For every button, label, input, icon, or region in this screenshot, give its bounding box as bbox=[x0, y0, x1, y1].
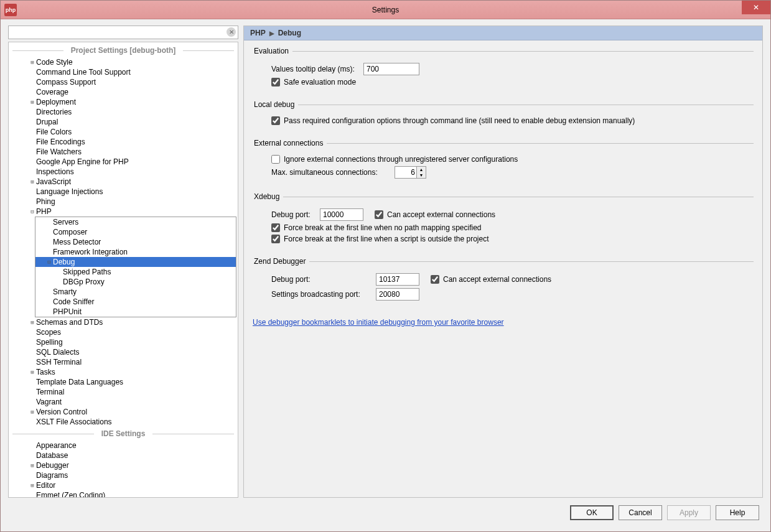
spinner-up-icon[interactable]: ▲ bbox=[417, 167, 426, 172]
tree-item[interactable]: Vagrant bbox=[9, 397, 238, 407]
tree-item[interactable]: Inspections bbox=[9, 167, 238, 177]
xdebug-force1-checkbox[interactable]: Force break at the first line when no pa… bbox=[271, 223, 482, 232]
tree-item[interactable]: Directories bbox=[9, 107, 238, 117]
safe-mode-checkbox[interactable]: Safe evaluation mode bbox=[271, 78, 356, 86]
ok-button[interactable]: OK bbox=[570, 505, 614, 520]
tree-item-label: Language Injections bbox=[36, 187, 103, 196]
php-subtree: ServersComposerMess DetectorFramework In… bbox=[35, 217, 236, 317]
tree-item[interactable]: ⊞Schemas and DTDs bbox=[9, 317, 238, 327]
expand-icon[interactable]: ⊞ bbox=[29, 319, 36, 325]
tree-item-label: Coverage bbox=[36, 88, 68, 96]
tree-item-label: PHP bbox=[36, 207, 52, 216]
spinner-down-icon[interactable]: ▼ bbox=[417, 172, 426, 178]
local-debug-legend: Local debug bbox=[253, 100, 298, 109]
tree-item[interactable]: Skipped Paths bbox=[35, 267, 236, 277]
evaluation-legend: Evaluation bbox=[253, 47, 292, 55]
tree-item[interactable]: ⊞Version Control bbox=[9, 407, 238, 417]
tree-item[interactable]: Google App Engine for PHP bbox=[9, 157, 238, 167]
tree-item[interactable]: ⊞Code Style bbox=[9, 57, 238, 67]
tree-item[interactable]: File Watchers bbox=[9, 147, 238, 157]
tree-item-label: DBGp Proxy bbox=[63, 278, 105, 286]
tree-item[interactable]: Terminal bbox=[9, 387, 238, 397]
tree-item[interactable]: DBGp Proxy bbox=[35, 277, 236, 287]
max-conn-spinner[interactable]: ▲▼ bbox=[395, 166, 426, 179]
max-conn-input[interactable] bbox=[395, 167, 416, 178]
max-conn-label: Max. simultaneous connections: bbox=[271, 168, 390, 177]
tree-item[interactable]: ⊞JavaScript bbox=[9, 177, 238, 187]
tree-item-label: Inspections bbox=[36, 167, 74, 176]
expand-icon[interactable]: ⊞ bbox=[29, 59, 36, 65]
zend-accept-checkbox[interactable]: Can accept external connections bbox=[431, 275, 551, 284]
xdebug-group: Xdebug Debug port: Can accept external c… bbox=[253, 192, 754, 246]
tree-item[interactable]: Diagrams bbox=[9, 470, 238, 480]
tree-item[interactable]: Template Data Languages bbox=[9, 377, 238, 387]
zend-port-input[interactable] bbox=[376, 273, 419, 286]
collapse-icon[interactable]: ⊟ bbox=[29, 208, 36, 215]
external-connections-group: External connections Ignore external con… bbox=[253, 139, 754, 181]
help-button[interactable]: Help bbox=[716, 505, 759, 520]
tree-item-label: Deployment bbox=[36, 98, 76, 106]
tree-item[interactable]: Framework Integration bbox=[35, 247, 236, 257]
tooltip-delay-input[interactable] bbox=[363, 63, 419, 75]
close-button[interactable]: ✕ bbox=[742, 1, 770, 14]
local-debug-group: Local debug Pass required configuration … bbox=[253, 100, 754, 128]
tree-item[interactable]: Spelling bbox=[9, 337, 238, 347]
left-panel: ✕ Project Settings [debug-both]⊞Code Sty… bbox=[8, 26, 238, 498]
tree-item[interactable]: Smarty bbox=[35, 287, 236, 297]
search-input[interactable] bbox=[8, 26, 238, 39]
tree-item[interactable]: ⊞Editor bbox=[9, 480, 238, 490]
settings-tree[interactable]: Project Settings [debug-both]⊞Code Style… bbox=[8, 42, 238, 498]
expand-icon[interactable]: ⊞ bbox=[29, 99, 36, 105]
tree-item[interactable]: Language Injections bbox=[9, 187, 238, 197]
tree-item[interactable]: Emmet (Zen Coding) bbox=[9, 490, 238, 498]
tree-item[interactable]: Appearance bbox=[9, 441, 238, 450]
tree-item-label: Editor bbox=[36, 481, 55, 490]
tree-item-label: Skipped Paths bbox=[63, 268, 111, 276]
tree-item[interactable]: ⊞Tasks bbox=[9, 367, 238, 377]
tree-item-label: Diagrams bbox=[36, 471, 68, 480]
tree-item[interactable]: ⊞Debugger bbox=[9, 460, 238, 470]
zend-broadcast-label: Settings broadcasting port: bbox=[271, 290, 371, 299]
tree-item[interactable]: Coverage bbox=[9, 87, 238, 97]
expand-icon[interactable]: ⊞ bbox=[29, 179, 36, 185]
xdebug-force2-checkbox[interactable]: Force break at the first line when a scr… bbox=[271, 235, 489, 243]
tree-item[interactable]: Scopes bbox=[9, 327, 238, 337]
tree-item[interactable]: Command Line Tool Support bbox=[9, 67, 238, 77]
tree-item[interactable]: XSLT File Associations bbox=[9, 417, 238, 427]
collapse-icon[interactable]: ⊟ bbox=[45, 259, 53, 265]
tree-item[interactable]: Code Sniffer bbox=[35, 297, 236, 307]
breadcrumb-root[interactable]: PHP bbox=[250, 29, 266, 37]
zend-broadcast-input[interactable] bbox=[376, 288, 419, 301]
tree-item-label: Mess Detector bbox=[53, 238, 101, 246]
clear-search-icon[interactable]: ✕ bbox=[227, 27, 236, 37]
tree-item[interactable]: Phing bbox=[9, 197, 238, 207]
tree-item[interactable]: PHPUnit bbox=[35, 307, 236, 317]
tree-item[interactable]: File Encodings bbox=[9, 137, 238, 147]
tree-item[interactable]: ⊞Deployment bbox=[9, 97, 238, 107]
zend-group: Zend Debugger Debug port: Can accept ext… bbox=[253, 257, 754, 303]
expand-icon[interactable]: ⊞ bbox=[29, 409, 36, 415]
expand-icon[interactable]: ⊞ bbox=[29, 369, 36, 375]
tree-item-label: Phing bbox=[36, 197, 55, 206]
xdebug-accept-checkbox[interactable]: Can accept external connections bbox=[375, 210, 495, 219]
tree-item[interactable]: ⊟Debug bbox=[35, 257, 236, 267]
tree-item[interactable]: Database bbox=[9, 450, 238, 460]
tree-item[interactable]: SQL Dialects bbox=[9, 347, 238, 357]
pass-config-checkbox[interactable]: Pass required configuration options thro… bbox=[271, 116, 635, 125]
expand-icon[interactable]: ⊞ bbox=[29, 462, 36, 469]
tree-item-label: Directories bbox=[36, 108, 72, 116]
tree-item[interactable]: Composer bbox=[35, 227, 236, 237]
apply-button[interactable]: Apply bbox=[667, 505, 711, 520]
tree-item[interactable]: Drupal bbox=[9, 117, 238, 127]
tree-item[interactable]: SSH Terminal bbox=[9, 357, 238, 367]
tree-item[interactable]: Servers bbox=[35, 217, 236, 227]
tree-item[interactable]: File Colors bbox=[9, 127, 238, 137]
ignore-external-checkbox[interactable]: Ignore external connections through unre… bbox=[271, 155, 518, 164]
xdebug-port-input[interactable] bbox=[320, 208, 363, 221]
tree-item[interactable]: Mess Detector bbox=[35, 237, 236, 247]
expand-icon[interactable]: ⊞ bbox=[29, 482, 36, 488]
bookmarklets-link[interactable]: Use debugger bookmarklets to initiate de… bbox=[253, 318, 504, 327]
cancel-button[interactable]: Cancel bbox=[619, 505, 662, 520]
tree-item[interactable]: ⊟PHP bbox=[9, 207, 238, 217]
tree-item[interactable]: Compass Support bbox=[9, 77, 238, 87]
